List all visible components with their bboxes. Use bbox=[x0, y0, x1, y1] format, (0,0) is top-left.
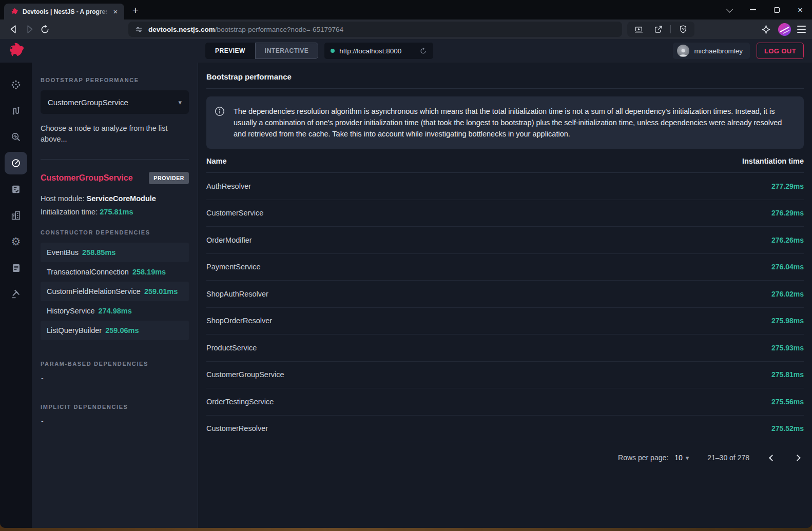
status-dot bbox=[331, 49, 335, 53]
settings-icon[interactable]: ⚙ bbox=[5, 230, 27, 253]
dependency-item[interactable]: HistoryService274.98ms bbox=[41, 301, 189, 321]
panel-divider bbox=[41, 159, 189, 160]
provider-badge: PROVIDER bbox=[149, 172, 189, 184]
url-path: /bootstrap-performance?node=-65179764 bbox=[215, 26, 343, 33]
modules-icon[interactable] bbox=[5, 204, 27, 227]
init-time-value: 275.81ms bbox=[100, 208, 133, 216]
dependency-item[interactable]: ListQueryBuilder259.06ms bbox=[41, 321, 189, 340]
constructor-deps-title: CONSTRUCTOR DEPENDENCIES bbox=[41, 229, 189, 235]
next-page-button[interactable] bbox=[795, 454, 800, 462]
main-content: Bootstrap performance The dependencies r… bbox=[198, 63, 812, 528]
tab-strip: Devtools | NestJS - A progressive × + × bbox=[0, 0, 812, 19]
column-name: Name bbox=[206, 157, 227, 165]
chevron-down-icon: ▾ bbox=[178, 99, 182, 106]
tab-interactive[interactable]: INTERACTIVE bbox=[255, 43, 319, 59]
tab-close-icon[interactable]: × bbox=[111, 7, 120, 16]
table-row: AuthResolver277.29ms bbox=[206, 173, 804, 200]
forward-icon[interactable] bbox=[22, 22, 37, 37]
close-button[interactable]: × bbox=[788, 0, 812, 19]
nestjs-favicon-icon bbox=[10, 8, 18, 16]
sandbox-icon[interactable] bbox=[5, 283, 27, 305]
performance-icon[interactable] bbox=[5, 152, 27, 174]
logout-button[interactable]: LOG OUT bbox=[757, 43, 804, 59]
param-deps-empty: - bbox=[41, 374, 189, 382]
browser-toolbar: devtools.nestjs.com/bootstrap-performanc… bbox=[0, 19, 812, 39]
pagination: Rows per page: 10▾ 21–30 of 278 bbox=[206, 442, 804, 462]
table-row: CustomerService276.29ms bbox=[206, 200, 804, 227]
leo-ai-icon[interactable] bbox=[759, 22, 773, 36]
user-menu[interactable]: michaelbromley bbox=[673, 43, 750, 59]
table-row: ShopOrderResolver275.98ms bbox=[206, 308, 804, 335]
nestjs-logo-icon[interactable] bbox=[0, 42, 32, 60]
routes-icon[interactable] bbox=[5, 100, 27, 122]
tab-title: Devtools | NestJS - A progressive bbox=[23, 8, 107, 15]
url-domain: devtools.nestjs.com bbox=[148, 26, 215, 33]
back-icon[interactable] bbox=[6, 22, 22, 37]
toolbar-pill bbox=[627, 22, 694, 37]
table-row: ProductService275.93ms bbox=[206, 335, 804, 362]
dependency-item[interactable]: TransactionalConnection258.19ms bbox=[41, 262, 189, 282]
dependency-item[interactable]: EventBus258.85ms bbox=[41, 243, 189, 262]
icon-rail: ⚙ bbox=[0, 63, 32, 528]
graph-icon[interactable] bbox=[5, 73, 27, 96]
browser-window: Devtools | NestJS - A progressive × + × … bbox=[0, 0, 812, 528]
info-icon bbox=[214, 106, 225, 117]
panel-section-title: BOOTSTRAP PERFORMANCE bbox=[41, 77, 189, 83]
host-module-row: Host module: ServiceCoreModule bbox=[41, 194, 189, 203]
page-title: Bootstrap performance bbox=[206, 63, 804, 89]
tune-icon[interactable] bbox=[134, 25, 143, 34]
toolbar-divider bbox=[670, 25, 671, 33]
previous-page-button[interactable] bbox=[770, 454, 775, 462]
panel-hint: Choose a node to analyze from the list a… bbox=[41, 123, 189, 145]
new-tab-button[interactable]: + bbox=[128, 4, 143, 18]
browser-tab[interactable]: Devtools | NestJS - A progressive × bbox=[4, 4, 124, 19]
node-panel: BOOTSTRAP PERFORMANCE CustomerGroupServi… bbox=[32, 63, 198, 528]
node-select[interactable]: CustomerGroupService ▾ bbox=[41, 90, 189, 114]
param-deps-title: PARAM-BASED DEPENDENCIES bbox=[41, 361, 189, 367]
user-avatar bbox=[677, 45, 689, 57]
share-icon[interactable] bbox=[651, 22, 665, 36]
rows-per-page-select[interactable]: 10▾ bbox=[674, 454, 689, 462]
implicit-deps-title: IMPLICIT DEPENDENCIES bbox=[41, 404, 189, 410]
target-url-box[interactable]: http://localhost:8000 bbox=[324, 43, 433, 59]
dependency-item[interactable]: CustomFieldRelationService259.01ms bbox=[41, 282, 189, 301]
tab-search-icon[interactable] bbox=[718, 0, 741, 19]
table-row: OrderTestingService275.56ms bbox=[206, 388, 804, 416]
host-module-value: ServiceCoreModule bbox=[86, 194, 156, 203]
brave-shield-icon[interactable] bbox=[676, 22, 690, 36]
reload-icon[interactable] bbox=[37, 22, 52, 37]
implicit-deps-empty: - bbox=[41, 417, 189, 425]
menu-icon[interactable] bbox=[797, 26, 806, 33]
selected-node-name: CustomerGroupService bbox=[41, 173, 133, 183]
audit-icon[interactable] bbox=[5, 178, 27, 201]
mode-toggle: PREVIEW INTERACTIVE bbox=[205, 43, 318, 59]
table-row: OrderModifier276.26ms bbox=[206, 227, 804, 254]
table-row: PaymentService276.04ms bbox=[206, 254, 804, 281]
inspector-icon[interactable] bbox=[5, 126, 27, 148]
tab-preview[interactable]: PREVIEW bbox=[205, 43, 255, 59]
info-callout: The dependencies resolution algorithm is… bbox=[206, 96, 804, 149]
window-controls: × bbox=[718, 0, 812, 19]
browser-profile-avatar[interactable] bbox=[778, 23, 791, 36]
init-time-row: Initialization time: 275.81ms bbox=[41, 208, 189, 216]
table-row: CustomerGroupService275.81ms bbox=[206, 362, 804, 389]
table-header: Name Instantiation time bbox=[206, 149, 804, 173]
rows-per-page-label: Rows per page: bbox=[618, 454, 668, 462]
docs-icon[interactable] bbox=[5, 257, 27, 279]
minimize-button[interactable] bbox=[741, 0, 765, 19]
column-instantiation-time: Instantiation time bbox=[742, 157, 804, 165]
table-row: CustomerResolver275.52ms bbox=[206, 416, 804, 443]
app-header: PREVIEW INTERACTIVE http://localhost:800… bbox=[0, 39, 812, 63]
constructor-deps-list: EventBus258.85msTransactionalConnection2… bbox=[41, 243, 189, 340]
chevron-down-icon: ▾ bbox=[686, 454, 689, 462]
refresh-icon[interactable] bbox=[419, 47, 427, 55]
performance-table-body: AuthResolver277.29msCustomerService276.2… bbox=[206, 173, 804, 442]
info-text: The dependencies resolution algorithm is… bbox=[234, 106, 791, 140]
table-row: ShopAuthResolver276.02ms bbox=[206, 281, 804, 308]
page-range: 21–30 of 278 bbox=[707, 454, 749, 462]
url-bar[interactable]: devtools.nestjs.com/bootstrap-performanc… bbox=[128, 22, 622, 37]
maximize-button[interactable] bbox=[765, 0, 788, 19]
target-url: http://localhost:8000 bbox=[339, 47, 415, 55]
send-to-device-icon[interactable] bbox=[631, 22, 646, 36]
node-select-value: CustomerGroupService bbox=[48, 98, 128, 107]
